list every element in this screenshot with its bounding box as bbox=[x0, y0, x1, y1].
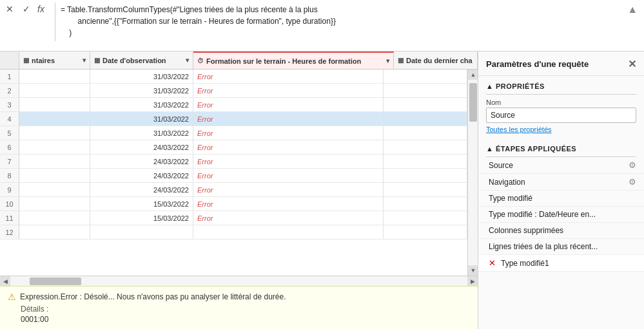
td-formation: Error bbox=[193, 84, 384, 97]
formula-scroll-up[interactable]: ▲ bbox=[625, 3, 640, 17]
table-row[interactable]: 2 31/03/2022 Error bbox=[0, 84, 467, 98]
td-date-last bbox=[384, 211, 467, 225]
step-item-source[interactable]: Source⚙ bbox=[478, 157, 644, 174]
step-item-type-modifie1[interactable]: ✕Type modifié1 bbox=[478, 255, 644, 272]
step-left: Type modifié bbox=[489, 194, 636, 203]
td-date-obs: 24/03/2022 bbox=[90, 183, 193, 196]
th-date-obs[interactable]: ▦ Date d'observation ▾ bbox=[90, 52, 193, 69]
step-left: Source bbox=[489, 161, 629, 170]
table-row[interactable]: 12 bbox=[0, 225, 467, 240]
table-row[interactable]: 7 24/03/2022 Error bbox=[0, 155, 467, 169]
th-comments-dropdown[interactable]: ▾ bbox=[83, 57, 86, 64]
table-row[interactable]: 3 31/03/2022 Error bbox=[0, 98, 467, 112]
th-date-obs-label: Date d'observation bbox=[102, 57, 183, 64]
td-date-last bbox=[384, 140, 467, 154]
step-name: Colonnes supprimées bbox=[489, 226, 563, 235]
table-body: 1 31/03/2022 Error 2 31/03/2022 Error 3 … bbox=[0, 70, 467, 276]
step-item-colonnes-supprimees[interactable]: Colonnes supprimées bbox=[478, 223, 644, 239]
th-formation[interactable]: ⏱ Formation sur le terrain - Heures de f… bbox=[193, 52, 394, 69]
table-row[interactable]: 4 31/03/2022 Error bbox=[0, 112, 467, 126]
table-row[interactable]: 6 24/03/2022 Error bbox=[0, 140, 467, 155]
td-date-obs: 31/03/2022 bbox=[90, 112, 193, 126]
td-formation: Error bbox=[193, 140, 384, 154]
all-properties-link[interactable]: Toutes les propriétés bbox=[478, 123, 644, 138]
th-date-last-icon: ▦ bbox=[398, 57, 404, 64]
td-date-obs: 31/03/2022 bbox=[90, 70, 193, 83]
td-row-num: 10 bbox=[0, 197, 19, 211]
confirm-icon[interactable]: ✓ bbox=[21, 4, 32, 14]
panel-name-input[interactable] bbox=[486, 108, 636, 123]
td-comments bbox=[19, 211, 90, 225]
scroll-thumb bbox=[469, 83, 477, 122]
table-scrollbar[interactable]: ▲ ▼ bbox=[467, 70, 478, 276]
formula-bar-content[interactable]: = Table.TransformColumnTypes(#"Lignes tr… bbox=[61, 3, 625, 39]
td-date-last bbox=[384, 155, 467, 168]
step-name: Navigation bbox=[489, 178, 525, 187]
td-comments bbox=[19, 126, 90, 140]
td-date-last bbox=[384, 84, 467, 97]
step-error-icon: ✕ bbox=[489, 258, 496, 268]
td-row-num: 3 bbox=[0, 98, 19, 111]
td-row-num: 2 bbox=[0, 84, 19, 97]
td-date-last bbox=[384, 169, 467, 182]
td-row-num: 4 bbox=[0, 112, 19, 126]
table-row[interactable]: 1 31/03/2022 Error bbox=[0, 70, 467, 84]
table-row[interactable]: 9 24/03/2022 Error bbox=[0, 183, 467, 197]
hscroll-right-btn[interactable]: ▶ bbox=[467, 276, 478, 287]
hscroll-left-btn[interactable]: ◀ bbox=[0, 276, 10, 287]
td-comments bbox=[19, 197, 90, 211]
panel-header: Paramètres d'une requête ✕ bbox=[478, 52, 644, 76]
td-formation: Error bbox=[193, 70, 384, 83]
td-formation: Error bbox=[193, 126, 384, 140]
td-comments bbox=[19, 98, 90, 111]
step-gear-icon[interactable]: ⚙ bbox=[629, 177, 636, 187]
scroll-up-btn[interactable]: ▲ bbox=[468, 70, 478, 80]
error-value: Error bbox=[197, 172, 213, 180]
th-comments-icon: ▦ bbox=[23, 57, 29, 64]
error-value: Error bbox=[197, 200, 213, 208]
td-comments bbox=[19, 169, 90, 182]
td-date-obs: 31/03/2022 bbox=[90, 126, 193, 140]
table-header-row: ▦ ntaires ▾ ▦ Date d'observation ▾ ⏱ For… bbox=[0, 52, 478, 70]
th-formation-dropdown[interactable]: ▾ bbox=[386, 57, 389, 64]
td-date-obs: 24/03/2022 bbox=[90, 140, 193, 154]
step-item-type-modifie-date[interactable]: Type modifié : Date/Heure en... bbox=[478, 207, 644, 223]
td-formation bbox=[193, 225, 384, 239]
td-comments bbox=[19, 140, 90, 154]
th-date-last-label: Date du dernier cha bbox=[406, 57, 473, 64]
step-name: Lignes triées de la plus récent... bbox=[489, 242, 598, 251]
panel-close-button[interactable]: ✕ bbox=[628, 58, 636, 70]
table-row[interactable]: 11 15/03/2022 Error bbox=[0, 211, 467, 225]
th-date-obs-dropdown[interactable]: ▾ bbox=[186, 57, 189, 64]
td-row-num: 12 bbox=[0, 225, 19, 239]
error-value: Error bbox=[197, 186, 213, 194]
th-row-num bbox=[0, 52, 19, 69]
hscroll-track bbox=[10, 276, 467, 286]
error-value: Error bbox=[197, 101, 213, 109]
th-formation-icon: ⏱ bbox=[197, 57, 204, 64]
scroll-down-btn[interactable]: ▼ bbox=[468, 265, 478, 276]
table-row[interactable]: 10 15/03/2022 Error bbox=[0, 197, 467, 211]
td-formation: Error bbox=[193, 197, 384, 211]
hscroll-thumb bbox=[30, 277, 81, 285]
td-date-obs: 31/03/2022 bbox=[90, 98, 193, 111]
th-date-last[interactable]: ▦ Date du dernier cha bbox=[394, 52, 478, 69]
error-value: Error bbox=[197, 73, 213, 80]
step-item-navigation[interactable]: Navigation⚙ bbox=[478, 174, 644, 191]
step-item-type-modifie[interactable]: Type modifié bbox=[478, 191, 644, 207]
step-gear-icon[interactable]: ⚙ bbox=[629, 160, 636, 170]
step-name: Type modifié bbox=[489, 194, 532, 203]
td-comments bbox=[19, 225, 90, 239]
table-row[interactable]: 5 31/03/2022 Error bbox=[0, 126, 467, 140]
th-comments[interactable]: ▦ ntaires ▾ bbox=[19, 52, 90, 69]
formula-bar-divider bbox=[55, 3, 55, 41]
error-value: Error bbox=[197, 115, 213, 123]
step-name: Type modifié1 bbox=[501, 259, 549, 268]
panel-steps-title: ▲ ÉTAPES APPLIQUÉES bbox=[478, 138, 644, 156]
table-row[interactable]: 8 24/03/2022 Error bbox=[0, 169, 467, 183]
td-comments bbox=[19, 84, 90, 97]
steps-list: Source⚙Navigation⚙Type modifiéType modif… bbox=[478, 157, 644, 272]
cancel-icon[interactable]: ✕ bbox=[4, 4, 15, 14]
td-formation: Error bbox=[193, 155, 384, 168]
step-item-lignes-triees[interactable]: Lignes triées de la plus récent... bbox=[478, 239, 644, 255]
